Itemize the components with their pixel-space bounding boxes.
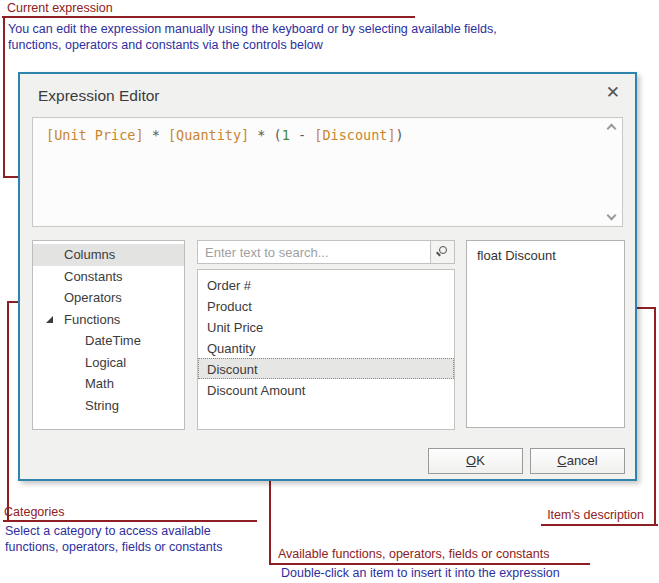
ok-button[interactable]: OK xyxy=(428,448,523,474)
tree-item-datetime[interactable]: DateTime xyxy=(33,330,184,352)
expression-token: [Discount] xyxy=(314,127,395,143)
tree-item-operators[interactable]: Operators xyxy=(33,287,184,309)
expression-token: 1 xyxy=(282,127,290,143)
ok-button-mnemonic: O xyxy=(466,453,476,468)
expression-token: [Quantity] xyxy=(168,127,249,143)
callout-underline-categories xyxy=(3,520,257,522)
callout-underline-current-expression xyxy=(2,16,415,18)
categories-tree: Columns Constants Operators Functions Da… xyxy=(32,240,185,430)
list-item-product[interactable]: Product xyxy=(198,295,454,316)
tree-item-constants[interactable]: Constants xyxy=(33,266,184,288)
annotation-categories-description-line2: functions, operators, fields or constant… xyxy=(5,539,222,555)
expression-token: - xyxy=(290,127,314,143)
tree-item-string[interactable]: String xyxy=(33,395,184,417)
tree-item-math[interactable]: Math xyxy=(33,373,184,395)
expression-memo[interactable]: [Unit Price] * [Quantity] * (1 - [Discou… xyxy=(32,117,623,227)
tree-item-columns[interactable]: Columns xyxy=(33,244,184,266)
expand-triangle-icon[interactable] xyxy=(46,316,53,323)
expression-token: * xyxy=(144,127,168,143)
items-list: Order # Product Unit Price Quantity Disc… xyxy=(197,269,455,430)
tree-item-functions[interactable]: Functions xyxy=(33,309,184,331)
annotation-top-description: You can edit the expression manually usi… xyxy=(8,21,497,53)
search-box xyxy=(197,240,455,264)
annotation-available-items: Available functions, operators, fields o… xyxy=(278,547,549,561)
callout-line-current-vertical xyxy=(3,16,5,178)
item-description-text: float Discount xyxy=(477,248,556,263)
callout-underline-item-description xyxy=(541,524,658,526)
annotation-categories-description: Select a category to access available fu… xyxy=(5,523,222,555)
annotation-top-description-line2: functions, operators and constants via t… xyxy=(8,37,497,53)
annotation-categories: Categories xyxy=(4,505,64,519)
cancel-button[interactable]: Cancel xyxy=(530,448,625,474)
annotation-categories-description-line1: Select a category to access available xyxy=(5,523,222,539)
item-description-panel: float Discount xyxy=(466,240,625,428)
search-icon xyxy=(439,246,447,254)
annotation-current-expression: Current expression xyxy=(7,1,113,15)
list-item-order-number[interactable]: Order # xyxy=(198,274,454,295)
scroll-up-icon[interactable] xyxy=(607,124,617,134)
list-item-discount-amount[interactable]: Discount Amount xyxy=(198,379,454,400)
tree-item-label: Functions xyxy=(64,312,120,327)
expression-token: ( xyxy=(274,127,282,143)
scroll-down-icon[interactable] xyxy=(607,211,617,221)
search-button[interactable] xyxy=(430,241,454,263)
list-item-quantity[interactable]: Quantity xyxy=(198,337,454,358)
cancel-button-rest: ancel xyxy=(567,453,598,468)
ok-button-rest: K xyxy=(476,453,485,468)
cancel-button-mnemonic: C xyxy=(557,453,566,468)
annotation-item-description: Item's description xyxy=(547,508,644,522)
search-input[interactable] xyxy=(198,241,430,263)
list-item-discount[interactable]: Discount xyxy=(198,358,454,379)
expression-token: [Unit Price] xyxy=(46,127,144,143)
close-icon[interactable]: ✕ xyxy=(606,83,620,103)
callout-line-categories-vertical xyxy=(7,301,9,522)
list-item-unit-price[interactable]: Unit Price xyxy=(198,316,454,337)
callout-line-item-description-vertical xyxy=(654,307,656,526)
expression-token: ) xyxy=(396,127,404,143)
dialog-title: Expression Editor xyxy=(38,87,159,105)
tree-item-logical[interactable]: Logical xyxy=(33,352,184,374)
expression-editor-dialog: Expression Editor ✕ [Unit Price] * [Quan… xyxy=(18,72,637,481)
expression-text: [Unit Price] * [Quantity] * (1 - [Discou… xyxy=(46,127,404,143)
expression-token: * xyxy=(249,127,273,143)
annotation-available-items-description: Double-click an item to insert it into t… xyxy=(281,565,560,581)
annotation-top-description-line1: You can edit the expression manually usi… xyxy=(8,21,497,37)
